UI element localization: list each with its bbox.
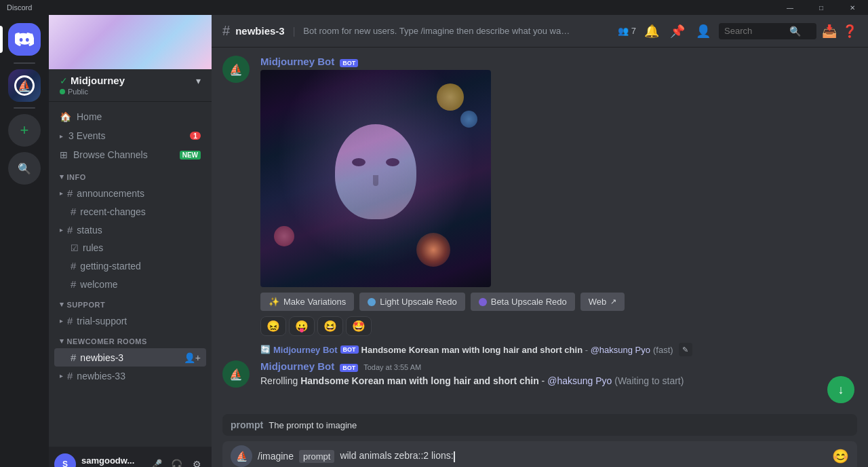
server-item-midjourney: ⛵ [0,69,49,102]
reroll-options-button[interactable]: ✎ [679,343,692,356]
home-icon: 🏠 [60,111,71,122]
section-newcomer-label: NEWCOMER ROOMS [67,337,147,345]
midjourney-icon-circle: ⛵ [14,75,35,96]
emoji-reactions: 😖 😛 😆 🤩 [260,316,825,336]
server-name-row: ✓ Midjourney ▾ [60,75,201,86]
sidebar-item-browse[interactable]: ⊞ Browse Channels NEW [54,145,206,164]
main-content: # newbies-3 | Bot room for new users. Ty… [212,15,868,467]
beta-upscale-label: Beta Upscale Redo [491,297,567,307]
reaction-grin[interactable]: 😆 [317,316,343,336]
section-support-label: SUPPORT [67,301,106,309]
minimize-button[interactable]: — [774,0,806,15]
prompt-suggestion-label: prompt [231,419,263,430]
server-divider [14,62,35,64]
user-area: S samgoodw... #1598 🎤 🎧 ⚙ [49,447,212,467]
search-input[interactable] [724,26,785,36]
headset-button[interactable]: 🎧 [167,455,186,467]
make-variations-button[interactable]: ✨ Make Variations [260,293,354,311]
section-info-header[interactable]: ▾ INFO [54,172,206,184]
server-banner[interactable] [49,15,212,69]
settings-button[interactable]: ⚙ [187,455,206,467]
server-rail: ⛵ + 🔍 [0,15,49,467]
beta-upscale-icon [479,298,487,306]
bot-badge-2: BOT [340,364,358,372]
app-container: ⛵ + 🔍 ✓ Midjourney ▾ Publi [0,15,868,467]
channel-welcome[interactable]: # welcome [54,275,206,293]
help-button[interactable]: ❓ [842,24,857,39]
sidebar-item-events[interactable]: ▸ 3 Events 1 [54,126,206,145]
scroll-to-bottom-button[interactable]: ↓ [827,376,854,403]
reaction-angry[interactable]: 😖 [260,316,286,336]
user-controls: 🎤 🎧 ⚙ [146,455,206,467]
section-support-header[interactable]: ▾ SUPPORT [54,300,206,312]
channel-name: newbies-3 [235,25,285,37]
channel-rules[interactable]: ☑ rules [54,239,206,257]
expand-arrow-icon: ▸ [60,189,63,197]
home-label: Home [77,111,201,122]
channel-newbies-33[interactable]: ▸ # newbies-33 [54,367,206,385]
hash-icon-2: # [71,206,76,217]
message-group-1: ⛵ Midjourney Bot BOT [212,53,868,339]
server-name-group: ✓ Midjourney [60,75,125,86]
server-divider-2 [14,107,35,109]
chat-input-text: wild animals zebra::2 lions: [340,450,453,461]
emoji-picker-button[interactable]: 😊 [832,448,849,464]
pin-button[interactable]: 📌 [667,21,688,41]
discord-home-button[interactable] [8,23,41,56]
microphone-button[interactable]: 🎤 [146,455,165,467]
server-header[interactable]: ✓ Midjourney ▾ Public [49,69,212,102]
message-image-1 [260,70,825,287]
light-upscale-icon [368,298,376,306]
web-button[interactable]: Web ↗ [580,293,625,311]
user-info: samgoodw... #1598 [81,455,141,468]
server-item-home [0,23,49,56]
light-upscale-redo-button[interactable]: Light Upscale Redo [359,293,465,311]
channel-getting-started-label: getting-started [80,261,141,272]
hash-icon-5: # [71,278,76,290]
text-cursor [454,451,455,462]
reroll-author-inline: Midjourney Bot [273,345,338,355]
message-author-2: Midjourney Bot [260,360,334,372]
section-info-arrow: ▾ [60,172,64,181]
inbox-button[interactable]: 📥 [822,24,837,39]
events-arrow-icon: ▸ [60,132,63,140]
notification-bell-button[interactable]: 🔔 [642,21,662,41]
channel-hash-icon: # [222,23,230,39]
reaction-tongue[interactable]: 😛 [289,316,315,336]
maximize-button[interactable]: □ [806,0,837,15]
channel-trial-support[interactable]: ▸ # trial-support [54,312,206,330]
midjourney-server-icon[interactable]: ⛵ [8,69,41,102]
beta-upscale-redo-button[interactable]: Beta Upscale Redo [471,293,575,311]
channel-announcements[interactable]: ▸ # announcements [54,184,206,202]
hash-icon-7: # [71,352,76,363]
member-count-icon: 👥 [618,26,629,36]
reaction-starstruck[interactable]: 🤩 [346,316,372,336]
close-button[interactable]: ✕ [837,0,868,15]
channel-welcome-label: welcome [80,279,117,290]
user-avatar-initials: S [62,460,68,467]
chat-input-value: wild animals zebra::2 lions: [340,450,832,462]
ai-image[interactable] [260,70,491,287]
channel-recent-changes[interactable]: # recent-changes [54,202,206,221]
member-count-button[interactable]: 👥 7 [618,26,636,36]
public-status-dot [60,89,65,94]
add-member-icon: 👤+ [184,352,201,363]
discover-button[interactable]: 🔍 [8,152,41,185]
section-info-label: INFO [67,173,86,181]
sidebar-item-home[interactable]: 🏠 Home [54,107,206,126]
mention-2[interactable]: @haksung Pyo [547,375,612,386]
message-header-1: Midjourney Bot BOT [260,56,825,67]
channel-status[interactable]: ▸ # status [54,221,206,239]
search-bar[interactable]: 🔍 [719,23,816,39]
chat-input-container[interactable]: ⛵ /imagine prompt wild animals zebra::2 … [222,441,857,467]
section-newcomer-header[interactable]: ▾ NEWCOMER ROOMS [54,337,206,348]
more-options-button-1[interactable]: ⋮ [835,56,857,77]
prompt-suggestion-bar: prompt The prompt to imagine [222,414,857,436]
add-server-button[interactable]: + [8,114,41,147]
channel-getting-started[interactable]: # getting-started [54,257,206,275]
channel-newbies-3[interactable]: # newbies-3 👤+ [54,348,206,367]
members-list-button[interactable]: 👤 [693,21,713,41]
discord-logo-icon [15,33,34,46]
user-avatar: S [54,453,76,467]
sidebar: ✓ Midjourney ▾ Public 🏠 Home ▸ 3 Even [49,15,212,467]
